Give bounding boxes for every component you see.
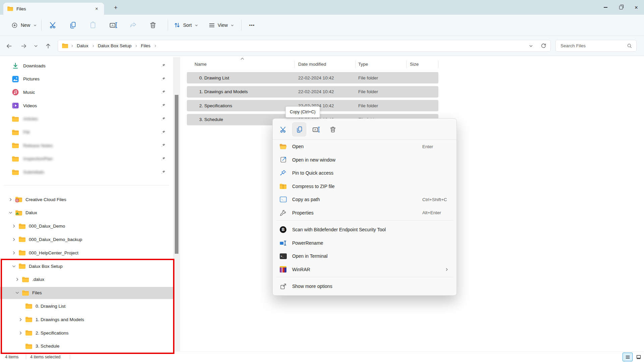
sidebar-pinned-item[interactable]: Downloads xyxy=(3,60,170,72)
sort-button[interactable]: Sort xyxy=(170,19,202,32)
cut-button[interactable] xyxy=(47,19,59,32)
menu-item-scan-with-bitdefender-endpoint-security-tool[interactable]: B Scan with Bitdefender Endpoint Securit… xyxy=(274,223,455,236)
tree-expander-icon[interactable] xyxy=(14,277,20,282)
breadcrumb-dalux[interactable]: Dalux xyxy=(76,43,89,48)
tree-expander-icon[interactable] xyxy=(11,224,17,229)
sidebar-tree-item[interactable]: Creative Cloud Files xyxy=(0,193,173,205)
sidebar-tree-item[interactable]: .dalux xyxy=(0,274,173,286)
tree-expander-icon[interactable] xyxy=(7,197,13,202)
sidebar-tree-item[interactable]: Dalux Box Setup xyxy=(0,260,173,272)
refresh-button[interactable] xyxy=(541,43,546,49)
column-divider[interactable] xyxy=(294,61,295,68)
file-row[interactable]: 0. Drawing List 22-02-2024 10:42 File fo… xyxy=(187,72,438,83)
address-dropdown-button[interactable] xyxy=(529,44,533,48)
sidebar-pinned-item[interactable]: Articles xyxy=(3,113,170,125)
tree-expander-icon[interactable] xyxy=(11,250,17,255)
back-button[interactable] xyxy=(3,40,15,52)
menu-item-open-in-new-window[interactable]: Open in new window xyxy=(274,154,455,166)
tree-expander-icon[interactable] xyxy=(14,290,20,296)
breadcrumb-dalux-box-setup[interactable]: Dalux Box Setup xyxy=(97,43,132,48)
sidebar-tree-item[interactable]: 3. Schedule xyxy=(0,340,173,352)
new-button[interactable]: New xyxy=(7,19,41,32)
menu-item-properties[interactable]: Properties Alt+Enter xyxy=(274,206,455,219)
forward-button[interactable] xyxy=(18,40,29,52)
column-divider[interactable] xyxy=(355,61,356,68)
folder-icon xyxy=(25,330,32,336)
explorer-tab[interactable]: Files ✕ xyxy=(3,3,104,15)
tree-expander-icon[interactable] xyxy=(7,210,13,216)
sidebar-pinned-item[interactable]: Release Notes xyxy=(3,139,170,152)
copy-button[interactable] xyxy=(66,19,79,32)
paste-button[interactable] xyxy=(87,19,99,32)
menu-item-copy-as-path[interactable]: \.. Copy as path Ctrl+Shift+C xyxy=(274,193,455,206)
menu-item-winrar[interactable]: WinRAR xyxy=(274,263,455,276)
menu-item-label: Compress to ZIP file xyxy=(292,184,335,189)
menu-item-pin-to-quick-access[interactable]: Pin to Quick access xyxy=(274,167,455,179)
menu-rename-button[interactable]: A xyxy=(309,122,323,136)
recent-locations-button[interactable] xyxy=(30,40,42,52)
pin-icon xyxy=(161,90,166,95)
column-header-date-modified[interactable]: Date modified xyxy=(298,59,326,69)
menu-item-show-more-options[interactable]: Show more options xyxy=(274,280,455,293)
sidebar-pinned-item[interactable]: Videos xyxy=(3,100,170,112)
sidebar-pinned-item[interactable]: FM xyxy=(3,126,170,138)
rename-button[interactable]: A xyxy=(107,19,120,32)
minimize-button[interactable] xyxy=(598,0,613,15)
view-button[interactable]: View xyxy=(205,19,237,32)
tree-item-label: 000_Dalux_Demo xyxy=(29,224,65,229)
close-button[interactable]: ✕ xyxy=(629,0,644,15)
more-options-button[interactable]: ••• xyxy=(245,19,259,32)
menu-cut-button[interactable] xyxy=(276,122,290,136)
details-view-button[interactable] xyxy=(623,353,633,361)
tree-expander-icon[interactable] xyxy=(11,263,17,269)
delete-button[interactable] xyxy=(147,19,159,32)
sidebar-pinned-item[interactable]: Music xyxy=(3,86,170,98)
menu-item-compress-to-zip-file[interactable]: Compress to ZIP file xyxy=(274,180,455,193)
pinned-item-label: Release Notes xyxy=(23,143,53,148)
tree-expander-icon[interactable] xyxy=(17,344,23,349)
menu-delete-button[interactable] xyxy=(326,122,340,136)
restore-button[interactable] xyxy=(613,0,629,15)
breadcrumb-files[interactable]: Files xyxy=(140,43,151,48)
new-tab-button[interactable]: + xyxy=(111,3,120,12)
column-header-size[interactable]: Size xyxy=(410,59,419,69)
sidebar-tree-item[interactable]: 1. Drawings and Models xyxy=(0,313,173,325)
tree-expander-icon[interactable] xyxy=(17,317,23,322)
column-header-name[interactable]: Name xyxy=(195,59,207,69)
menu-item-powerrename[interactable]: PowerRename xyxy=(274,237,455,249)
file-date-modified: 22-02-2024 10:42 xyxy=(298,75,334,80)
menu-item-open-in-terminal[interactable]: >_ Open in Terminal xyxy=(274,250,455,262)
sidebar-tree-item[interactable]: 2. Specifications xyxy=(0,327,173,339)
sidebar-tree-item[interactable]: 000_Dalux_Demo xyxy=(0,220,173,232)
sidebar-pinned-item[interactable]: InspectionPlan xyxy=(3,153,170,165)
tree-expander-icon[interactable] xyxy=(17,330,23,336)
sidebar-scrollbar-thumb[interactable] xyxy=(175,95,178,254)
menu-copy-button[interactable] xyxy=(292,122,306,136)
address-bar[interactable]: Dalux Dalux Box Setup Files xyxy=(58,40,551,52)
cut-icon xyxy=(280,126,287,133)
sidebar-tree-item[interactable]: Files xyxy=(0,287,173,299)
column-divider[interactable] xyxy=(406,61,407,68)
sidebar-tree-item[interactable]: Dalux xyxy=(0,207,173,219)
folder-icon xyxy=(19,236,25,242)
breadcrumb-chevron-icon xyxy=(154,44,157,48)
sidebar-pinned-item[interactable]: Pictures xyxy=(3,73,170,85)
menu-item-open[interactable]: Open Enter xyxy=(274,140,455,153)
search-input[interactable] xyxy=(560,43,627,49)
tree-item-label: 000_Dalux_Demo_backup xyxy=(29,237,82,242)
sidebar-tree-item[interactable]: 000_Dalux_Demo_backup xyxy=(0,233,173,245)
up-button[interactable] xyxy=(42,40,54,52)
tree-expander-icon[interactable] xyxy=(11,237,17,242)
column-header-type[interactable]: Type xyxy=(358,59,368,69)
tab-close-icon[interactable]: ✕ xyxy=(93,5,100,12)
folder-icon xyxy=(25,343,32,349)
column-divider[interactable] xyxy=(438,61,438,68)
share-button[interactable] xyxy=(127,19,140,32)
sidebar-tree-item[interactable]: 0. Drawing List xyxy=(0,300,173,312)
sidebar-pinned-item[interactable]: Submittals xyxy=(3,166,170,178)
sidebar-tree-item[interactable]: 000_HelpCenter_Project xyxy=(0,247,173,259)
file-row[interactable]: 1. Drawings and Models 22-02-2024 10:42 … xyxy=(187,86,438,98)
chevron-down-icon xyxy=(195,23,198,27)
large-icons-view-button[interactable] xyxy=(634,353,644,361)
tree-expander-icon[interactable] xyxy=(17,303,23,309)
